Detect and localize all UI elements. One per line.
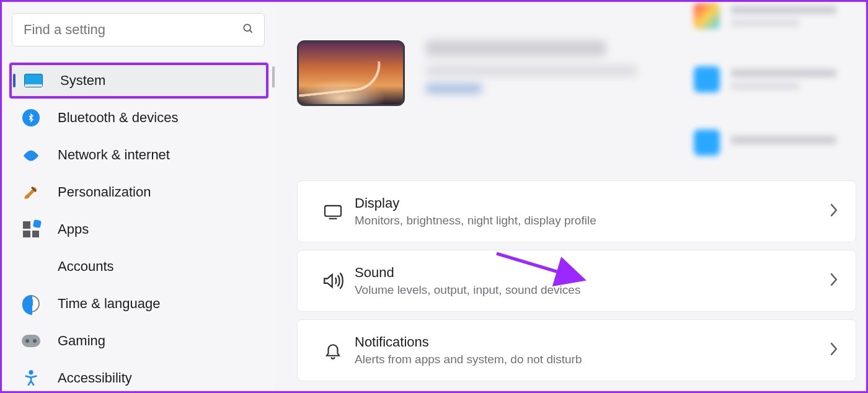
accessibility-icon xyxy=(22,369,40,387)
svg-line-1 xyxy=(250,30,252,33)
apps-icon xyxy=(22,220,40,239)
chevron-right-icon xyxy=(828,272,838,289)
search-icon xyxy=(242,22,254,37)
nav-list: System Bluetooth & devices Network & int… xyxy=(9,63,268,393)
card-title: Sound xyxy=(355,265,828,281)
sidebar-item-system[interactable]: System xyxy=(9,63,268,99)
sidebar-item-network[interactable]: Network & internet xyxy=(9,137,268,173)
bluetooth-icon xyxy=(22,108,40,127)
main-content: Display Monitors, brightness, night ligh… xyxy=(275,2,866,391)
chevron-right-icon xyxy=(828,203,838,220)
device-meta xyxy=(426,40,637,94)
svg-point-0 xyxy=(244,24,250,31)
brush-icon xyxy=(22,183,40,201)
card-desc: Alerts from apps and system, do not dist… xyxy=(355,353,828,366)
sidebar-item-accessibility[interactable]: Accessibility xyxy=(9,360,268,393)
sidebar-item-time[interactable]: Time & language xyxy=(9,286,268,322)
search-input[interactable] xyxy=(24,22,242,38)
sidebar-item-label: Bluetooth & devices xyxy=(58,110,178,126)
bell-icon xyxy=(315,341,351,360)
sidebar-item-apps[interactable]: Apps xyxy=(9,211,268,247)
sidebar-item-accounts[interactable]: Accounts xyxy=(9,249,268,285)
sidebar-item-personalization[interactable]: Personalization xyxy=(9,174,268,210)
display-icon xyxy=(315,203,351,219)
card-notifications[interactable]: Notifications Alerts from apps and syste… xyxy=(297,319,856,381)
sidebar-item-bluetooth[interactable]: Bluetooth & devices xyxy=(9,100,268,136)
card-desc: Volume levels, output, input, sound devi… xyxy=(355,283,828,297)
sidebar: System Bluetooth & devices Network & int… xyxy=(2,2,275,391)
sidebar-item-gaming[interactable]: Gaming xyxy=(9,323,268,359)
right-info-panel xyxy=(694,3,855,193)
sidebar-item-label: Gaming xyxy=(58,333,105,349)
sidebar-item-label: System xyxy=(60,73,105,89)
sidebar-item-label: Time & language xyxy=(58,296,161,312)
sidebar-item-label: Network & internet xyxy=(58,147,170,163)
gamepad-icon xyxy=(22,332,40,350)
card-title: Notifications xyxy=(355,334,828,350)
settings-card-list: Display Monitors, brightness, night ligh… xyxy=(297,180,856,381)
system-icon xyxy=(24,71,43,90)
card-title: Display xyxy=(355,195,828,211)
sidebar-item-label: Personalization xyxy=(58,184,151,200)
sidebar-item-label: Apps xyxy=(58,221,89,237)
svg-point-2 xyxy=(30,371,33,374)
wifi-icon xyxy=(22,146,40,164)
sound-icon xyxy=(315,272,351,290)
sidebar-item-label: Accessibility xyxy=(58,370,132,386)
device-thumbnail xyxy=(297,40,405,106)
clock-globe-icon xyxy=(22,294,40,313)
card-sound[interactable]: Sound Volume levels, output, input, soun… xyxy=(297,250,856,312)
svg-rect-3 xyxy=(325,206,341,216)
sidebar-item-label: Accounts xyxy=(58,258,114,275)
card-desc: Monitors, brightness, night light, displ… xyxy=(355,214,828,227)
search-field[interactable] xyxy=(12,13,265,46)
chevron-right-icon xyxy=(828,342,838,359)
person-icon xyxy=(22,257,40,276)
